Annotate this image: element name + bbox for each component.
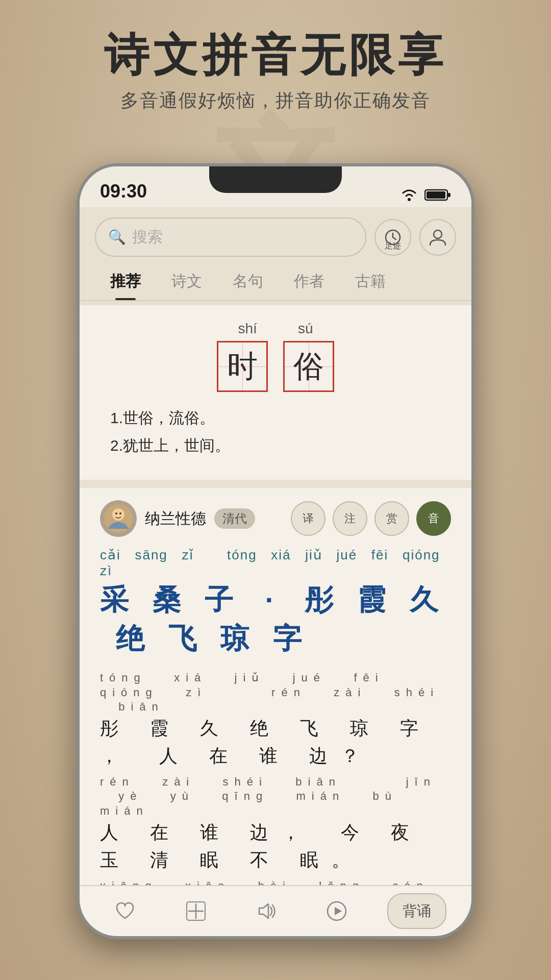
next-button[interactable] bbox=[316, 891, 357, 932]
person-icon bbox=[428, 228, 447, 247]
title-pinyin: cǎi sāng zǐ tóng xiá jiǔ jué fēi qióng z… bbox=[100, 547, 451, 579]
tab-poetry[interactable]: 诗文 bbox=[156, 265, 217, 298]
author-name: 纳兰性德 bbox=[145, 508, 206, 529]
hero-section: 诗文拼音无限享 多音通假好烦恼，拼音助你正确发音 bbox=[0, 31, 551, 113]
poem-card: 纳兰性德 清代 译 注 赏 音 bbox=[80, 488, 471, 885]
play-icon bbox=[325, 900, 348, 922]
wifi-icon bbox=[400, 188, 418, 202]
poem-line-3: xiāng xiāo bèi lěng cán dēng miè jìng sh… bbox=[100, 879, 451, 885]
tab-recommend[interactable]: 推荐 bbox=[95, 265, 156, 298]
svg-point-9 bbox=[119, 512, 121, 514]
favorite-button[interactable] bbox=[105, 891, 145, 932]
plus-icon bbox=[185, 900, 207, 922]
annotate-btn[interactable]: 注 bbox=[333, 501, 367, 536]
phone-frame: 09:30 🔍 搜索 bbox=[77, 163, 474, 939]
status-icons bbox=[400, 188, 451, 202]
audio-btn[interactable]: 音 bbox=[416, 501, 451, 536]
title-chars: 采 桑 子 · 彤 霞 久 绝 飞 琼 字 bbox=[100, 581, 451, 658]
pinyin-row: shí sú bbox=[105, 321, 446, 337]
svg-point-5 bbox=[434, 230, 442, 238]
heart-icon bbox=[114, 900, 136, 922]
svg-rect-3 bbox=[448, 193, 450, 197]
dynasty-tag: 清代 bbox=[214, 508, 255, 529]
pinyin-su: sú bbox=[298, 321, 313, 337]
recite-label: 背诵 bbox=[403, 903, 431, 919]
phone-content-scroll[interactable]: 🔍 搜索 足迹 推荐 诗文 名句 作者 古籍 bbox=[80, 207, 471, 885]
char-row: 时 俗 bbox=[105, 341, 446, 392]
add-button[interactable] bbox=[176, 891, 216, 932]
tab-authors[interactable]: 作者 bbox=[279, 265, 340, 298]
translate-btn[interactable]: 译 bbox=[291, 501, 325, 536]
bottom-nav: 背诵 bbox=[80, 885, 471, 936]
svg-point-7 bbox=[112, 508, 124, 521]
poem-title-container: cǎi sāng zǐ tóng xiá jiǔ jué fēi qióng z… bbox=[100, 547, 451, 658]
phone-notch bbox=[209, 166, 342, 193]
search-placeholder: 搜索 bbox=[132, 227, 163, 248]
tab-divider bbox=[80, 300, 471, 301]
poem-line-2: rén zài shéi biān jīn yè yù qīng mián bù… bbox=[100, 775, 451, 874]
profile-button[interactable] bbox=[419, 219, 456, 256]
history-button[interactable]: 足迹 bbox=[374, 219, 411, 256]
svg-rect-2 bbox=[427, 191, 445, 199]
status-time: 09:30 bbox=[100, 181, 147, 202]
author-row: 纳兰性德 清代 译 注 赏 音 bbox=[100, 500, 451, 537]
history-label: 足迹 bbox=[385, 241, 401, 252]
battery-icon bbox=[424, 188, 451, 202]
svg-point-0 bbox=[408, 198, 411, 201]
hero-title: 诗文拼音无限享 bbox=[104, 31, 447, 80]
word-def-2: 2.犹世上，世间。 bbox=[105, 432, 446, 459]
word-card: shí sú 时 俗 1.世俗，流俗。 2.犹世上，世间。 bbox=[80, 305, 471, 480]
avatar-image bbox=[103, 503, 134, 534]
word-def-1: 1.世俗，流俗。 bbox=[105, 404, 446, 432]
search-input-wrap[interactable]: 🔍 搜索 bbox=[95, 217, 366, 257]
char-su[interactable]: 俗 bbox=[283, 341, 334, 392]
char-shi[interactable]: 时 bbox=[217, 341, 268, 392]
author-avatar[interactable] bbox=[100, 500, 137, 537]
action-buttons: 译 注 赏 音 bbox=[291, 501, 451, 536]
volume-icon bbox=[255, 900, 278, 922]
svg-point-8 bbox=[115, 512, 117, 514]
tab-classics[interactable]: 古籍 bbox=[340, 265, 401, 298]
search-icon: 🔍 bbox=[108, 229, 126, 246]
recite-button[interactable]: 背诵 bbox=[387, 893, 446, 929]
hero-subtitle: 多音通假好烦恼，拼音助你正确发音 bbox=[0, 88, 551, 113]
hero-title-text: 诗文拼音无限享 bbox=[104, 30, 447, 80]
poem-line-1: tóng xiá jiǔ jué fēi qióng zì rén zài sh… bbox=[100, 671, 451, 770]
pinyin-shi: shí bbox=[238, 321, 257, 337]
tab-quotes[interactable]: 名句 bbox=[217, 265, 279, 298]
appreciate-btn[interactable]: 赏 bbox=[374, 501, 409, 536]
audio-play-button[interactable] bbox=[246, 891, 287, 932]
nav-tabs: 推荐 诗文 名句 作者 古籍 bbox=[80, 257, 471, 298]
search-bar: 🔍 搜索 足迹 bbox=[95, 217, 456, 257]
